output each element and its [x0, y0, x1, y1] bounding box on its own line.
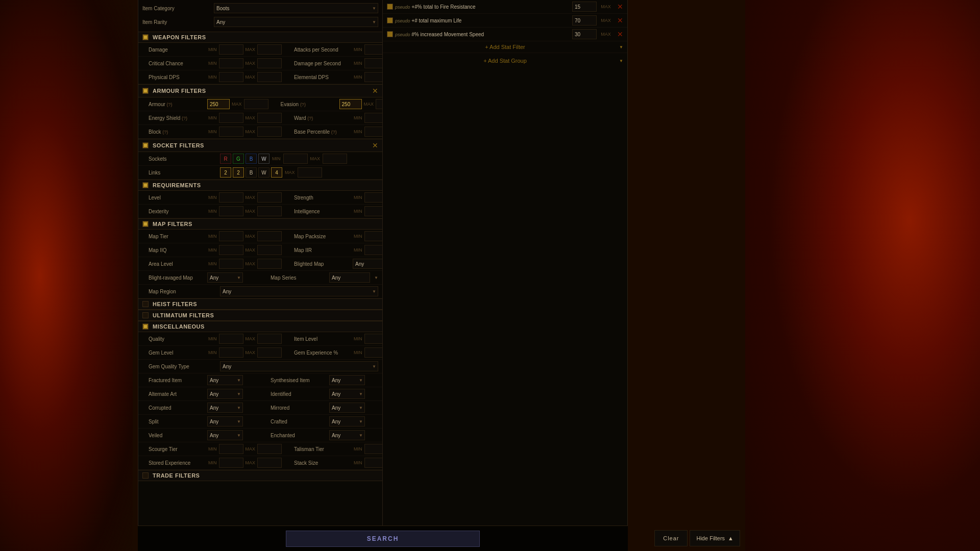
item-category-select[interactable]: Boots — [214, 3, 378, 13]
iiq-min[interactable] — [219, 245, 243, 255]
synthesised-select[interactable]: Any — [329, 375, 365, 385]
stored-min[interactable] — [219, 458, 243, 468]
item-rarity-select[interactable]: Any — [214, 17, 378, 27]
split-select[interactable]: Any — [207, 416, 243, 427]
mirrored-select[interactable]: Any — [329, 403, 365, 413]
int-min-input[interactable] — [364, 206, 383, 216]
str-min-input[interactable] — [364, 192, 383, 203]
quality-controls: MIN MAX — [207, 334, 282, 344]
sockets-min-input[interactable] — [283, 154, 308, 164]
ward-min-input[interactable] — [364, 113, 383, 123]
evasion-max-input[interactable] — [376, 99, 383, 109]
armour-filters-close[interactable]: ✕ — [372, 87, 378, 95]
stat-1-remove[interactable]: ✕ — [617, 3, 623, 11]
stat-3-value[interactable] — [572, 29, 597, 39]
iir-min[interactable] — [364, 245, 383, 255]
blight-ravaged-select[interactable]: Any — [207, 272, 243, 283]
veiled-select[interactable]: Any — [207, 430, 243, 440]
corrupted-select[interactable]: Any — [207, 403, 243, 413]
gem-level-min[interactable] — [219, 347, 243, 358]
block-max-input[interactable] — [257, 127, 282, 137]
level-max-input[interactable] — [257, 192, 282, 203]
identified-select[interactable]: Any — [329, 389, 365, 399]
ilvl-min[interactable] — [364, 334, 383, 344]
scourge-min[interactable] — [219, 444, 243, 454]
iiq-max[interactable] — [257, 245, 282, 255]
link-btn-w[interactable]: W — [258, 167, 270, 178]
link-btn-2b[interactable]: 2 — [233, 167, 244, 178]
map-filters-toggle[interactable] — [142, 221, 149, 227]
talisman-min[interactable] — [364, 444, 383, 454]
crafted-select[interactable]: Any — [329, 416, 365, 427]
stat-1-value[interactable] — [572, 2, 597, 12]
map-series-select[interactable]: Any — [329, 272, 370, 283]
armour-min-input[interactable] — [207, 99, 230, 109]
evasion-min-input[interactable] — [339, 99, 362, 109]
socket-btn-g[interactable]: G — [233, 154, 244, 164]
socket-filters-close[interactable]: ✕ — [372, 141, 378, 149]
link-btn-2a[interactable]: 2 — [220, 167, 231, 178]
enchanted-select[interactable]: Any — [329, 430, 365, 440]
socket-filters-toggle[interactable] — [142, 142, 149, 148]
misc-toggle[interactable] — [142, 323, 149, 330]
socket-btn-b[interactable]: B — [246, 154, 257, 164]
fractured-select[interactable]: Any — [207, 375, 243, 385]
socket-btn-r[interactable]: R — [220, 154, 231, 164]
stat-3-remove[interactable]: ✕ — [617, 30, 623, 38]
sockets-max-input[interactable] — [323, 154, 347, 164]
damage-min-input[interactable] — [219, 44, 243, 55]
trade-toggle[interactable] — [142, 472, 149, 479]
alt-art-select[interactable]: Any — [207, 389, 243, 399]
stat-2-remove[interactable]: ✕ — [617, 16, 623, 24]
dps-min-input[interactable] — [364, 58, 383, 68]
es-min-input[interactable] — [219, 113, 243, 123]
armour-max-input[interactable] — [244, 99, 268, 109]
quality-max[interactable] — [257, 334, 282, 344]
weapon-filters-toggle[interactable] — [142, 34, 149, 40]
requirements-toggle[interactable] — [142, 182, 149, 188]
socket-btn-w[interactable]: W — [258, 154, 270, 164]
stat-2-checkbox[interactable] — [387, 17, 393, 23]
crit-min-input[interactable] — [219, 58, 243, 68]
gem-level-max[interactable] — [257, 347, 282, 358]
blighted-select[interactable]: Any — [353, 259, 383, 269]
quality-min[interactable] — [219, 334, 243, 344]
pdps-min-input[interactable] — [219, 72, 243, 82]
add-stat-filter-btn[interactable]: + Add Stat Filter ▼ — [383, 41, 627, 53]
heist-toggle[interactable] — [142, 301, 149, 307]
stored-max[interactable] — [257, 458, 282, 468]
area-level-max[interactable] — [257, 259, 282, 269]
es-max-input[interactable] — [257, 113, 282, 123]
area-level-min[interactable] — [219, 259, 243, 269]
search-button[interactable]: Search — [286, 531, 480, 547]
pdps-max-input[interactable] — [257, 72, 282, 82]
crit-max-input[interactable] — [257, 58, 282, 68]
map-tier-max[interactable] — [257, 231, 282, 241]
stat-1-checkbox[interactable] — [387, 4, 393, 10]
add-stat-group-btn[interactable]: + Add Stat Group ▼ — [383, 55, 627, 66]
gem-exp-min[interactable] — [364, 347, 383, 358]
links-max-input[interactable] — [298, 167, 322, 178]
link-btn-b[interactable]: B — [246, 167, 257, 178]
stat-3-checkbox[interactable] — [387, 31, 393, 37]
map-region-select[interactable]: Any — [220, 286, 378, 296]
stack-min[interactable] — [364, 458, 383, 468]
edps-min-input[interactable] — [364, 72, 383, 82]
dex-max-input[interactable] — [257, 206, 282, 216]
gem-quality-select[interactable]: Any — [220, 361, 378, 371]
map-tier-min[interactable] — [219, 231, 243, 241]
damage-max-input[interactable] — [257, 44, 282, 55]
dex-min-input[interactable] — [219, 206, 243, 216]
link-btn-4[interactable]: 4 — [271, 167, 282, 178]
bp-min-input[interactable] — [364, 127, 383, 137]
level-min-input[interactable] — [219, 192, 243, 203]
packsize-min[interactable] — [364, 231, 383, 241]
ultimatum-toggle[interactable] — [142, 312, 149, 318]
hide-filters-button[interactable]: Hide Filters ▲ — [690, 530, 740, 546]
armour-filters-toggle[interactable] — [142, 88, 149, 94]
attacks-min-input[interactable] — [364, 44, 383, 55]
stat-2-value[interactable] — [572, 15, 597, 26]
clear-button[interactable]: Clear — [654, 530, 688, 546]
block-min-input[interactable] — [219, 127, 243, 137]
scourge-max[interactable] — [257, 444, 282, 454]
